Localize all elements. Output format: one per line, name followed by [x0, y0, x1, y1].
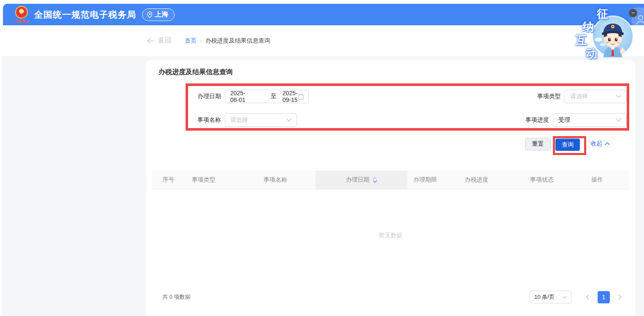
- item-type-label: 事项类型: [528, 93, 561, 100]
- item-name-label: 事项名称: [188, 116, 221, 124]
- national-emblem-logo: ★ 中国税务: [14, 6, 29, 24]
- column-header-name: 事项名称: [255, 176, 315, 184]
- table-header-row: 序号 事项类型 事项名称 办理日期 办理期限 办税进度 事项状态 操作: [152, 171, 629, 190]
- filter-annotation-box: 办理日期 2025-08-01 至 2025-09-15 事项类型: [186, 83, 629, 131]
- date-end-value[interactable]: 2025-09-15: [283, 90, 298, 103]
- chevron-up-icon: [605, 142, 610, 145]
- location-pin-icon: [147, 11, 153, 18]
- back-arrow-icon: [147, 38, 154, 44]
- back-label: 返回: [158, 36, 171, 45]
- app-header: ★ 中国税务 全国统一规范电子税务局 上海: [3, 4, 644, 25]
- page-size-select[interactable]: 10 条/页: [530, 291, 571, 303]
- total-count-text: 共 0 项数据: [162, 293, 190, 301]
- date-range-input[interactable]: 2025-08-01 至 2025-09-15: [225, 90, 309, 103]
- next-page-button[interactable]: [614, 291, 626, 303]
- chevron-right-icon: [618, 295, 622, 300]
- chevron-down-icon: [562, 296, 567, 299]
- breadcrumb-separator: ›: [200, 37, 202, 44]
- item-type-placeholder: 请选择: [570, 93, 588, 100]
- progress-select[interactable]: 受理: [553, 113, 627, 127]
- table-footer: 共 0 项数据 10 条/页 1: [162, 291, 626, 303]
- query-button[interactable]: 查询: [555, 139, 580, 151]
- page-number-button[interactable]: 1: [598, 291, 610, 303]
- prev-page-button[interactable]: [582, 291, 593, 303]
- column-header-action: 操作: [576, 176, 629, 184]
- emblem-icon: ★: [15, 6, 28, 19]
- page-title: 办税进度及结果信息查询: [159, 68, 233, 77]
- progress-label: 事项进度: [516, 116, 549, 124]
- sort-carets-icon[interactable]: [373, 177, 377, 183]
- column-header-seq: 序号: [152, 176, 183, 184]
- mascot-char: 互: [576, 33, 587, 48]
- logo-caption: 中国税务: [14, 19, 29, 24]
- date-separator: 至: [271, 93, 277, 100]
- collapse-toggle[interactable]: 收起: [590, 140, 610, 147]
- item-type-select[interactable]: 请选择: [565, 90, 627, 103]
- collapse-label: 收起: [590, 140, 602, 147]
- filter-row-1: 办理日期 2025-08-01 至 2025-09-15 事项类型: [188, 90, 627, 103]
- calendar-icon[interactable]: [298, 94, 304, 100]
- app-title: 全国统一规范电子税务局: [34, 9, 136, 21]
- breadcrumb-current: 办税进度及结果信息查询: [205, 37, 270, 45]
- location-label: 上海: [155, 10, 168, 19]
- chevron-down-icon: [286, 118, 291, 122]
- back-button[interactable]: 返回: [147, 36, 171, 45]
- chevron-down-icon: [616, 95, 621, 98]
- person-icon: [635, 13, 644, 25]
- breadcrumb-bar: 返回 首页 › 办税进度及结果信息查询: [3, 25, 644, 56]
- content-card: 办税进度及结果信息查询 办理日期 2025-08-01 至 2025-09-15: [146, 60, 635, 316]
- mascot-char: 动: [586, 46, 597, 61]
- chevron-left-icon: [586, 295, 589, 300]
- date-start-value[interactable]: 2025-08-01: [230, 90, 245, 103]
- column-header-limit: 办理期限: [407, 176, 449, 184]
- column-header-date-sortable[interactable]: 办理日期: [315, 171, 407, 189]
- filter-row-2: 事项名称 请选择 事项进度 受理: [188, 113, 627, 127]
- location-selector[interactable]: 上海: [142, 8, 175, 21]
- date-range-label: 办理日期: [188, 93, 221, 100]
- reset-button[interactable]: 重置: [525, 138, 551, 150]
- mascot-officer-avatar: [592, 15, 634, 57]
- mascot-char: 纳: [582, 19, 594, 35]
- item-name-placeholder: 请选择: [230, 116, 248, 124]
- column-header-progress: 办税进度: [449, 176, 515, 184]
- column-header-status: 事项状态: [515, 176, 576, 184]
- breadcrumb-home-link[interactable]: 首页: [185, 37, 197, 45]
- chevron-down-icon: [616, 118, 621, 122]
- page-size-value: 10 条/页: [534, 293, 555, 301]
- date-column-label: 办理日期: [346, 176, 369, 184]
- workspace-background: 办税进度及结果信息查询 办理日期 2025-08-01 至 2025-09-15: [2, 56, 644, 316]
- pagination: 10 条/页 1: [530, 291, 626, 303]
- empty-state-text: 暂无数据: [152, 232, 629, 239]
- interaction-mascot[interactable]: 征 纳 互 动: [573, 5, 636, 59]
- mascot-char: 征: [597, 6, 608, 21]
- item-name-select[interactable]: 请选择: [225, 113, 297, 127]
- column-header-type: 事项类型: [183, 176, 255, 184]
- progress-value: 受理: [558, 116, 570, 124]
- query-annotation-box: 查询: [553, 136, 586, 155]
